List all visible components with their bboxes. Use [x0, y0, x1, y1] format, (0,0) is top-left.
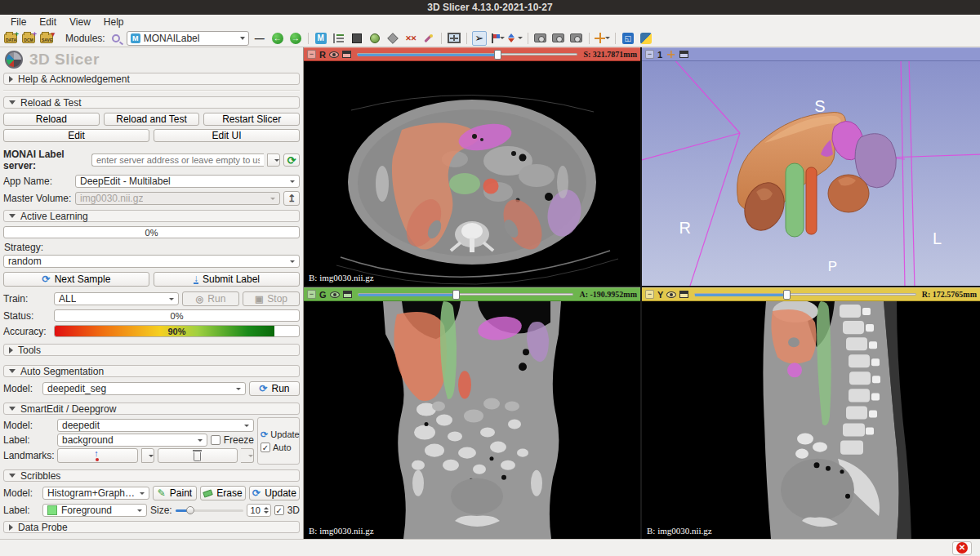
visibility-eye-icon[interactable]	[329, 51, 339, 58]
volumes-module-button[interactable]	[368, 31, 382, 46]
scribbles-model-combo[interactable]: Histogram+GraphCut	[42, 487, 149, 500]
coronal-slice-view[interactable]: B: img0030.nii.gz	[304, 301, 640, 539]
models-module-button[interactable]	[385, 31, 400, 46]
threed-checkbox[interactable]: ✓	[274, 505, 284, 515]
smartedit-label-combo[interactable]: background	[57, 434, 207, 447]
viewport-coronal-green: − G A: -190.9952mm	[304, 287, 640, 539]
layout-selector-button[interactable]	[447, 31, 461, 46]
module-forward-button[interactable]: →	[288, 31, 303, 46]
train-stop-button[interactable]: ▣ Stop	[243, 291, 300, 306]
brush-size-slider[interactable]	[176, 505, 243, 515]
autoseg-model-combo[interactable]: deepedit_seg	[42, 382, 246, 395]
mouse-interaction-button[interactable]: ➢	[472, 31, 487, 46]
section-scribbles[interactable]: Scribbles	[3, 469, 300, 482]
restart-slicer-button[interactable]: Restart Slicer	[203, 113, 300, 126]
autoseg-run-button[interactable]: ⟳ Run	[249, 381, 300, 396]
pin-icon[interactable]: −	[307, 290, 316, 299]
pin-icon[interactable]: −	[645, 290, 654, 299]
auto-checkbox[interactable]: ✓	[261, 443, 270, 452]
crosshair-button[interactable]	[595, 31, 610, 46]
dicom-button[interactable]: +DCM	[21, 31, 36, 46]
scribbles-label-combo[interactable]: Foreground	[42, 504, 147, 517]
train-run-button[interactable]: ◎ Run	[182, 291, 239, 306]
data-module-button[interactable]	[350, 31, 364, 46]
axial-slice-view[interactable]: B: img0030.nii.gz	[304, 61, 640, 286]
menu-edit[interactable]: Edit	[33, 16, 62, 29]
reload-button[interactable]: Reload	[3, 113, 100, 126]
extensions-icon: ◱	[622, 33, 634, 44]
delete-dropdown-button[interactable]	[241, 448, 254, 463]
brush-size-spinner[interactable]: 10	[247, 504, 271, 517]
module-history-button[interactable]: —	[252, 31, 267, 46]
delete-landmarks-button[interactable]	[158, 448, 238, 463]
place-landmark-button[interactable]	[57, 448, 138, 463]
segment-editor-button[interactable]	[421, 31, 436, 46]
place-fiducial-button[interactable]	[508, 31, 523, 46]
close-error-log-button[interactable]: ✕	[952, 541, 972, 555]
link-views-icon[interactable]	[679, 291, 688, 298]
paint-button[interactable]: ✎ Paint	[153, 486, 197, 500]
section-help-acknowledgement[interactable]: Help & Acknowledgement	[3, 73, 300, 85]
section-auto-segmentation[interactable]: Auto Segmentation	[3, 365, 300, 377]
smartedit-model-combo[interactable]: deepedit	[57, 419, 254, 432]
link-views-icon[interactable]	[342, 51, 351, 58]
sagittal-slice-view[interactable]: B: img0030.nii.gz	[642, 301, 980, 539]
pin-icon[interactable]: −	[645, 50, 654, 59]
train-combo[interactable]: ALL	[54, 292, 179, 305]
scene-restore-button[interactable]	[569, 31, 584, 46]
python-console-button[interactable]	[639, 31, 653, 46]
axial-slice-slider[interactable]	[357, 49, 577, 60]
accuracy-progress: 90%	[54, 325, 300, 337]
menu-help[interactable]: Help	[98, 16, 130, 29]
server-dropdown-button[interactable]	[267, 153, 280, 167]
erase-button[interactable]: Erase	[200, 486, 246, 500]
next-sample-button[interactable]: ⟳ Next Sample	[3, 272, 149, 287]
visibility-eye-icon[interactable]	[666, 291, 676, 298]
edit-button[interactable]: Edit	[3, 129, 149, 142]
pin-icon[interactable]: −	[307, 50, 316, 59]
smartedit-auto-option[interactable]: ✓ Auto	[261, 443, 296, 452]
maximize-view-icon[interactable]	[679, 51, 688, 58]
scene-view-button[interactable]	[551, 31, 566, 46]
server-address-input[interactable]	[91, 153, 264, 167]
reload-and-test-button[interactable]: Reload and Test	[104, 113, 200, 126]
threed-view[interactable]: S R L P	[642, 61, 980, 286]
master-volume-combo[interactable]: img0030.nii.gz	[75, 192, 280, 205]
section-reload-test[interactable]: Reload & Test	[3, 96, 300, 109]
smartedit-update-button[interactable]: ⟳ Update	[261, 429, 296, 439]
section-tools[interactable]: Tools	[3, 344, 300, 356]
app-name-combo[interactable]: DeepEdit - Multilabel	[75, 175, 300, 188]
sagittal-slice-slider[interactable]	[694, 289, 915, 300]
strategy-combo[interactable]: random	[3, 255, 300, 268]
extensions-manager-button[interactable]: ◱	[621, 31, 635, 46]
save-button[interactable]: ▾SAVE	[39, 31, 54, 46]
screenshot-button[interactable]	[533, 31, 548, 46]
module-search-button[interactable]	[109, 31, 123, 46]
link-views-icon[interactable]	[343, 291, 352, 298]
module-hierarchy-button[interactable]	[332, 31, 346, 46]
smartedit-model-value: deepedit	[62, 420, 100, 431]
fetch-volume-button[interactable]: ↥	[283, 191, 300, 206]
markups-module-button[interactable]: ✕✕	[403, 31, 418, 46]
section-data-probe[interactable]: Data Probe	[3, 521, 300, 533]
add-data-button[interactable]: +DATA	[3, 31, 18, 46]
monailabel-shortcut-button[interactable]: M	[314, 31, 328, 46]
module-selector-value: MONAILabel	[144, 33, 200, 44]
visibility-eye-icon[interactable]	[330, 291, 340, 298]
spinner-arrows-icon	[264, 507, 270, 514]
center-view-icon[interactable]	[667, 51, 675, 58]
coronal-slice-slider[interactable]	[358, 289, 574, 300]
freeze-checkbox[interactable]	[211, 435, 220, 445]
place-markup-button[interactable]	[490, 31, 505, 46]
section-smartedit-deepgrow[interactable]: SmartEdit / Deepgrow	[3, 403, 300, 415]
menu-file[interactable]: File	[5, 16, 32, 29]
edit-ui-button[interactable]: Edit UI	[154, 129, 300, 142]
server-refresh-button[interactable]: ⟳	[283, 153, 300, 167]
module-back-button[interactable]: ←	[270, 31, 285, 46]
landmark-dropdown-button[interactable]	[141, 448, 154, 463]
menu-view[interactable]: View	[64, 16, 96, 29]
submit-label-button[interactable]: ↓ Submit Label	[154, 272, 300, 287]
module-selector[interactable]: M MONAILabel	[127, 31, 249, 46]
scribbles-update-button[interactable]: ⟳ Update	[249, 486, 300, 500]
section-active-learning[interactable]: Active Learning	[3, 210, 300, 222]
